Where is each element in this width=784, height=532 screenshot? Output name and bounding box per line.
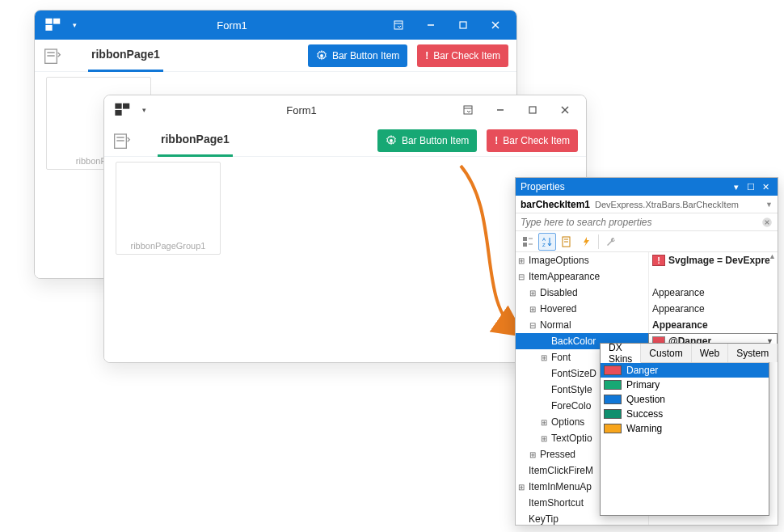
svg-rect-6	[460, 22, 466, 28]
svg-rect-1	[53, 19, 60, 24]
svg-rect-0	[45, 19, 52, 24]
search-row	[516, 213, 778, 231]
bar-check-label: Bar Check Item	[433, 50, 500, 61]
panel-title: Properties	[521, 181, 729, 192]
ribbon-content: ribbonPageGroup1	[104, 157, 586, 362]
svg-rect-16	[464, 106, 472, 114]
qat-dropdown-icon[interactable]: ▾	[137, 101, 151, 119]
close-button[interactable]: ✕	[758, 179, 773, 194]
color-item-success[interactable]: Success	[601, 407, 769, 421]
object-selector[interactable]: barCheckItem1 DevExpress.XtraBars.BarChe…	[516, 196, 778, 213]
ribbon-display-options-button[interactable]	[382, 11, 415, 40]
tab-system[interactable]: System	[728, 344, 778, 362]
svg-point-25	[390, 139, 393, 142]
ribbon-group-label: ribbonPageGroup1	[116, 241, 220, 251]
svg-rect-2	[45, 25, 52, 31]
svg-rect-9	[45, 49, 57, 63]
svg-rect-14	[123, 103, 129, 109]
properties-button[interactable]	[558, 233, 575, 251]
prop-hovered[interactable]: ⊞Hovered Appearance	[516, 301, 778, 317]
bar-check-label: Bar Check Item	[503, 135, 570, 146]
color-item-warning[interactable]: Warning	[601, 421, 769, 436]
bar-check-item[interactable]: ! Bar Check Item	[417, 44, 508, 67]
tab-custom[interactable]: Custom	[641, 344, 691, 362]
prop-normal[interactable]: ⊟Normal Appearance	[516, 317, 778, 333]
search-input[interactable]	[521, 217, 761, 228]
svg-rect-15	[115, 110, 121, 116]
categorized-button[interactable]	[519, 233, 537, 251]
events-button[interactable]	[577, 233, 595, 251]
qat-dropdown-icon[interactable]: ▾	[67, 16, 82, 34]
exclamation-icon: !	[425, 50, 428, 61]
popup-tabs: DX Skins Custom Web System	[601, 344, 769, 363]
window-title: Form1	[82, 19, 382, 32]
gear-icon	[386, 135, 397, 146]
maximize-button[interactable]	[447, 11, 479, 40]
bar-button-item[interactable]: Bar Button Item	[308, 44, 407, 67]
svg-rect-13	[115, 103, 121, 109]
object-type: DevExpress.XtraBars.BarCheckItem	[595, 200, 739, 209]
color-list: Danger Primary Question Success Warning	[601, 363, 769, 436]
bar-check-item[interactable]: ! Bar Check Item	[487, 129, 578, 152]
object-name: barCheckItem1	[521, 199, 590, 210]
exclamation-icon: !	[495, 135, 498, 146]
ribbon-group: ribbonPageGroup1	[116, 162, 221, 255]
ribbon-row: ribbonPage1 Bar Button Item ! Bar Check …	[104, 125, 586, 157]
svg-text:A: A	[542, 237, 546, 242]
prop-itemappearance[interactable]: ⊟ItemAppearance	[516, 268, 778, 285]
file-menu-icon[interactable]	[112, 131, 132, 150]
exclamation-icon: !	[652, 255, 665, 266]
titlebar: ▾ Form1	[35, 11, 516, 40]
svg-rect-3	[394, 21, 403, 29]
svg-text:Z: Z	[542, 243, 546, 247]
window-position-button[interactable]: ▾	[729, 179, 744, 194]
ribbon-display-options-button[interactable]	[452, 95, 484, 125]
close-button[interactable]	[479, 11, 512, 40]
gear-icon	[316, 50, 327, 61]
svg-rect-30	[523, 243, 527, 247]
bar-button-label: Bar Button Item	[332, 50, 399, 61]
close-button[interactable]	[549, 95, 581, 125]
color-picker-popup: DX Skins Custom Web System Danger Primar…	[600, 343, 769, 516]
app-icon	[44, 16, 62, 34]
color-item-primary[interactable]: Primary	[601, 378, 769, 392]
prop-disabled[interactable]: ⊞Disabled Appearance	[516, 285, 778, 301]
svg-rect-19	[529, 107, 536, 113]
tab-dxskins[interactable]: DX Skins	[601, 344, 641, 363]
file-menu-icon[interactable]	[43, 46, 62, 65]
alphabetical-button[interactable]: AZ	[538, 233, 556, 251]
tab-web[interactable]: Web	[692, 344, 728, 362]
svg-point-12	[320, 54, 323, 57]
color-item-question[interactable]: Question	[601, 392, 769, 407]
clear-icon[interactable]	[761, 217, 773, 228]
panel-titlebar: Properties ▾ ☐ ✕	[516, 178, 778, 196]
titlebar: ▾ Form1	[104, 95, 586, 125]
toolbar: AZ	[516, 231, 778, 252]
color-item-danger[interactable]: Danger	[601, 363, 769, 378]
minimize-button[interactable]	[415, 11, 447, 40]
window-title: Form1	[151, 104, 452, 116]
ribbon-row: ribbonPage1 Bar Button Item ! Bar Check …	[35, 40, 516, 72]
ribbon-tab[interactable]: ribbonPage1	[158, 125, 233, 157]
bar-button-item[interactable]: Bar Button Item	[377, 129, 477, 152]
minimize-button[interactable]	[484, 95, 516, 125]
maximize-button[interactable]	[516, 95, 549, 125]
svg-rect-29	[523, 237, 527, 241]
app-icon	[114, 101, 132, 119]
prop-imageoptions[interactable]: ⊞ImageOptions !SvgImage = DevExpre	[516, 252, 778, 268]
bar-button-label: Bar Button Item	[402, 135, 469, 146]
ribbon-tab[interactable]: ribbonPage1	[88, 40, 163, 72]
scroll-up-icon[interactable]: ▲	[769, 252, 776, 260]
chevron-down-icon: ▼	[765, 201, 773, 209]
maximize-button[interactable]: ☐	[744, 179, 758, 194]
wrench-button[interactable]	[602, 233, 620, 251]
